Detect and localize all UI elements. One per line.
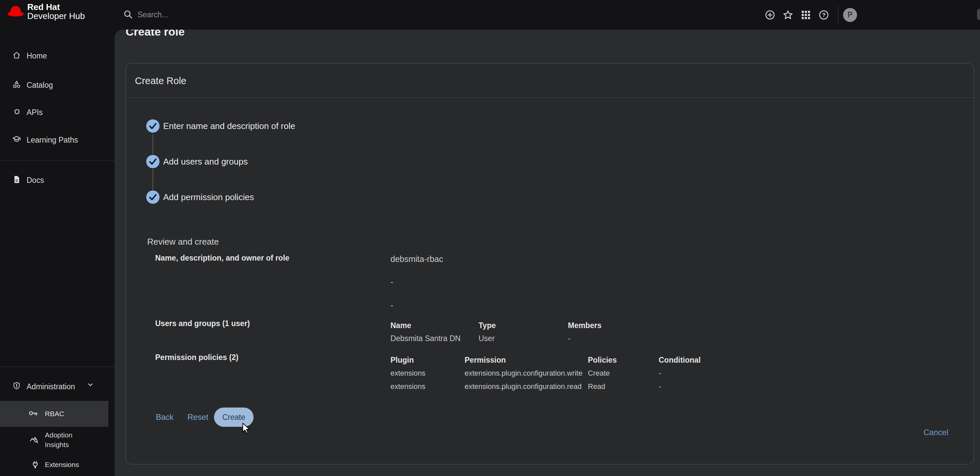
- perm-cell-plugin: extensions: [390, 369, 465, 377]
- review-role-name-value: debsmita-rbac: [390, 254, 443, 264]
- review-users-label: Users and groups (1 user): [155, 319, 250, 328]
- perm-col-plugin: Plugin: [390, 356, 465, 365]
- card-header-divider: [126, 97, 974, 98]
- sidebar-item-learning-paths[interactable]: Learning Paths: [0, 129, 115, 151]
- sidebar-item-label: Administration: [27, 382, 75, 391]
- home-icon: [12, 51, 21, 61]
- step-2[interactable]: Add users and groups: [146, 155, 248, 168]
- sidebar-item-extensions[interactable]: [30, 460, 40, 471]
- users-col-name: Name: [390, 321, 479, 330]
- step-1[interactable]: Enter name and description of role: [146, 119, 295, 133]
- topbar-actions: ? P: [764, 0, 857, 30]
- perm-col-conditional: Conditional: [659, 356, 745, 365]
- brand-text: Red Hat Developer Hub: [27, 3, 85, 21]
- review-permissions-label: Permission policies (2): [155, 353, 239, 362]
- global-search: [123, 0, 371, 30]
- perm-cell-conditional: -: [659, 369, 745, 377]
- users-col-type: Type: [479, 321, 568, 330]
- users-groups-table: Name Type Members Debsmita Santra DN Use…: [390, 319, 654, 345]
- plug-icon: [30, 465, 40, 470]
- users-cell-members: -: [568, 334, 654, 343]
- step-label: Enter name and description of role: [163, 121, 295, 131]
- apis-puzzle-icon: [12, 107, 21, 118]
- perm-col-permission: Permission: [465, 356, 588, 365]
- top-app-bar: Red Hat Developer Hub: [0, 0, 980, 30]
- avatar[interactable]: P: [843, 8, 857, 22]
- sidebar-item-rbac[interactable]: RBAC: [0, 401, 108, 427]
- brand-line1: Red Hat: [27, 3, 85, 12]
- permission-policies-table: Plugin Permission Policies Conditional e…: [390, 353, 745, 393]
- review-name-label: Name, description, and owner of role: [155, 254, 290, 263]
- query-stats-icon: [29, 440, 39, 446]
- mouse-cursor: [240, 422, 252, 436]
- sidebar-item-label: Home: [27, 51, 47, 60]
- step-completed-check-icon: [146, 191, 159, 204]
- sidebar-item-label: RBAC: [45, 410, 64, 418]
- review-description-value: -: [390, 277, 393, 287]
- sidebar-item-catalog[interactable]: Catalog: [0, 75, 115, 96]
- sidebar-item-docs[interactable]: Docs: [0, 170, 115, 191]
- step-completed-check-icon: [146, 155, 159, 168]
- brand-logo[interactable]: Red Hat Developer Hub: [6, 3, 85, 21]
- sidebar-item-label: Docs: [27, 176, 44, 185]
- perm-cell-plugin: extensions: [390, 382, 465, 391]
- sidebar-item-extensions-label[interactable]: Extensions: [45, 461, 79, 469]
- sidebar-item-adoption-insights[interactable]: [29, 435, 39, 446]
- sidebar-item-administration[interactable]: Administration: [0, 376, 115, 397]
- perm-cell-permission: extensions.plugin.configuration.write: [465, 369, 588, 377]
- step-connector: [153, 134, 153, 154]
- perm-cell-permission: extensions.plugin.configuration.read: [465, 382, 588, 391]
- search-input[interactable]: [137, 10, 371, 20]
- sidebar-nav: Home Catalog APIs Learning Paths: [0, 30, 115, 476]
- users-col-members: Members: [568, 321, 654, 330]
- create-role-card: Create Role Enter name and description o…: [126, 63, 974, 464]
- sidebar-item-adoption-insights-label[interactable]: Adoption Insights: [45, 430, 83, 449]
- help-icon[interactable]: ?: [818, 9, 829, 21]
- sidebar-item-apis[interactable]: APIs: [0, 102, 115, 123]
- back-button[interactable]: Back: [156, 412, 173, 422]
- main-content: Create role Create Role Enter name and d…: [115, 30, 980, 476]
- add-circle-icon[interactable]: [764, 9, 776, 21]
- chevron-down-icon[interactable]: [86, 380, 95, 390]
- topbar-divider: [838, 6, 838, 24]
- sidebar-item-home[interactable]: Home: [0, 45, 115, 67]
- perm-cell-policies: Read: [588, 382, 659, 391]
- step-3[interactable]: Add permission policies: [146, 191, 254, 204]
- review-owner-value: -: [390, 301, 393, 310]
- svg-text:?: ?: [822, 12, 826, 18]
- sidebar-item-label: Learning Paths: [27, 135, 78, 145]
- sidebar-item-label: APIs: [27, 108, 43, 117]
- cancel-button[interactable]: Cancel: [924, 428, 948, 437]
- search-icon: [123, 9, 133, 21]
- card-title: Create Role: [135, 75, 186, 86]
- step-completed-check-icon: [146, 119, 159, 133]
- admin-shield-icon: [12, 381, 21, 392]
- edge-partial-element: [977, 9, 980, 20]
- step-label: Add permission policies: [163, 192, 254, 202]
- learning-paths-cap-icon: [12, 135, 21, 145]
- catalog-shapes-icon: [12, 80, 21, 91]
- perm-cell-policies: Create: [588, 369, 659, 377]
- step-label: Add users and groups: [163, 156, 248, 167]
- key-icon: [28, 408, 38, 420]
- favorite-star-icon[interactable]: [782, 9, 794, 21]
- users-cell-name: Debsmita Santra DN: [390, 334, 479, 343]
- perm-col-policies: Policies: [588, 356, 659, 365]
- brand-line2: Developer Hub: [27, 12, 85, 21]
- users-cell-type: User: [479, 334, 568, 343]
- page-title: Create role: [126, 30, 185, 38]
- review-heading: Review and create: [147, 237, 219, 247]
- apps-grid-icon[interactable]: [800, 9, 811, 21]
- perm-cell-conditional: -: [659, 382, 745, 391]
- sidebar-item-label: Catalog: [27, 81, 53, 90]
- step-connector: [153, 170, 153, 190]
- sidebar-divider: [0, 160, 115, 161]
- docs-document-icon: [12, 175, 21, 185]
- redhat-fedora-icon: [6, 4, 25, 19]
- reset-button[interactable]: Reset: [188, 412, 208, 422]
